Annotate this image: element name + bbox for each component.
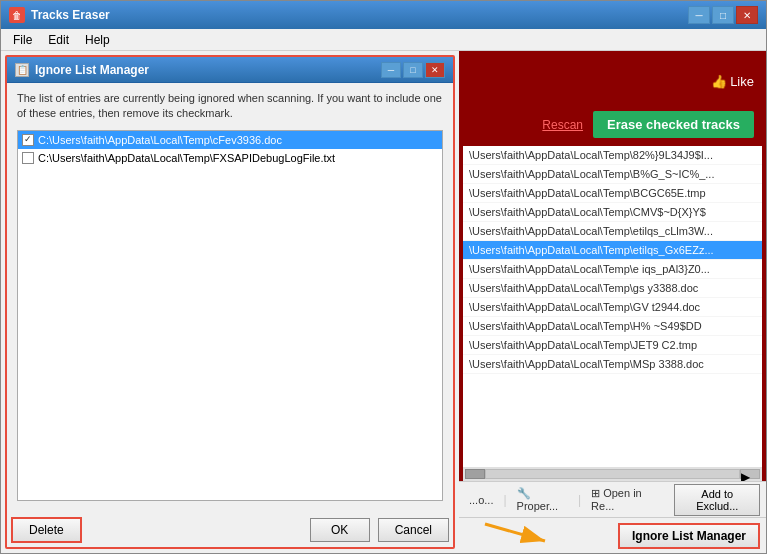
list-item[interactable]: \Users\faith\AppData\Local\Temp\MSp 3388… <box>463 355 762 374</box>
right-bottom-toolbar: ...o... | 🔧 Proper... | ⊞ Open in Re... … <box>459 481 766 517</box>
ignore-list-dialog: 📋 Ignore List Manager ─ □ ✕ The list of … <box>5 55 455 549</box>
add-to-exclude-button[interactable]: Add to Exclud... <box>674 484 760 516</box>
list-item[interactable]: \Users\faith\AppData\Local\Temp\GV t2944… <box>463 298 762 317</box>
menu-edit[interactable]: Edit <box>40 31 77 49</box>
file-path-1: C:\Users\faith\AppData\Local\Temp\cFev39… <box>38 134 282 146</box>
action-row: Rescan Erase checked tracks <box>459 111 766 146</box>
dialog-title: Ignore List Manager <box>35 63 149 77</box>
list-item[interactable]: C:\Users\faith\AppData\Local\Temp\cFev39… <box>18 131 442 149</box>
list-item-highlighted[interactable]: \Users\faith\AppData\Local\Temp\etilqs_G… <box>463 241 762 260</box>
dialog-description: The list of entries are currently being … <box>17 91 443 122</box>
rescan-link[interactable]: Rescan <box>542 118 583 132</box>
list-item[interactable]: \Users\faith\AppData\Local\Temp\gs y3388… <box>463 279 762 298</box>
minimize-button[interactable]: ─ <box>688 6 710 24</box>
bottom-bar: Ignore List Manager <box>459 517 766 553</box>
arrow-annotation <box>465 519 585 549</box>
close-window-button[interactable]: ✕ <box>736 6 758 24</box>
dialog-controls: ─ □ ✕ <box>381 62 445 78</box>
file-path-2: C:\Users\faith\AppData\Local\Temp\FXSAPI… <box>38 152 335 164</box>
list-item[interactable]: \Users\faith\AppData\Local\Temp\e iqs_pA… <box>463 260 762 279</box>
ignore-list-manager-button[interactable]: Ignore List Manager <box>618 523 760 549</box>
list-item[interactable]: \Users\faith\AppData\Local\Temp\H% ~S49$… <box>463 317 762 336</box>
list-item[interactable]: \Users\faith\AppData\Local\Temp\82%}9L34… <box>463 146 762 165</box>
list-item[interactable]: \Users\faith\AppData\Local\Temp\CMV$~D{X… <box>463 203 762 222</box>
like-button[interactable]: 👍 Like <box>711 74 754 89</box>
menu-help[interactable]: Help <box>77 31 118 49</box>
right-file-list-inner[interactable]: \Users\faith\AppData\Local\Temp\82%}9L34… <box>463 146 762 467</box>
dialog-footer: Delete OK Cancel <box>7 509 453 547</box>
dialog-minimize-button[interactable]: ─ <box>381 62 401 78</box>
dialog-body: The list of entries are currently being … <box>7 83 453 509</box>
dialog-maximize-button[interactable]: □ <box>403 62 423 78</box>
dialog-title-bar: 📋 Ignore List Manager ─ □ ✕ <box>7 57 453 83</box>
title-bar-left: 🗑 Tracks Eraser <box>9 7 110 23</box>
right-panel: 👍 Like Rescan Erase checked tracks \User… <box>459 51 766 553</box>
right-file-list[interactable]: \Users\faith\AppData\Local\Temp\82%}9L34… <box>463 146 762 481</box>
dialog-close-button[interactable]: ✕ <box>425 62 445 78</box>
menu-bar: File Edit Help <box>1 29 766 51</box>
toolbar-open-button[interactable]: ⊞ Open in Re... <box>587 485 662 514</box>
list-item[interactable]: \Users\faith\AppData\Local\Temp\JET9 C2.… <box>463 336 762 355</box>
toolbar-separator-2: | <box>578 493 581 507</box>
file-checkbox-2[interactable] <box>22 152 34 164</box>
toolbar-btn-1[interactable]: ...o... <box>465 492 497 508</box>
menu-file[interactable]: File <box>5 31 40 49</box>
title-bar: 🗑 Tracks Eraser ─ □ ✕ <box>1 1 766 29</box>
dialog-title-left: 📋 Ignore List Manager <box>15 63 149 77</box>
scrollbar-track[interactable] <box>485 469 740 479</box>
window-title: Tracks Eraser <box>31 8 110 22</box>
list-item[interactable]: \Users\faith\AppData\Local\Temp\B%G_S~IC… <box>463 165 762 184</box>
maximize-button[interactable]: □ <box>712 6 734 24</box>
toolbar-properties-button[interactable]: 🔧 Proper... <box>513 485 572 514</box>
app-icon: 🗑 <box>9 7 25 23</box>
main-content: 📋 Ignore List Manager ─ □ ✕ The list of … <box>1 51 766 553</box>
cancel-button[interactable]: Cancel <box>378 518 449 542</box>
ok-button[interactable]: OK <box>310 518 370 542</box>
list-item[interactable]: \Users\faith\AppData\Local\Temp\BCGC65E.… <box>463 184 762 203</box>
horizontal-scrollbar[interactable]: ▶ <box>463 467 762 481</box>
file-checkbox-1[interactable] <box>22 134 34 146</box>
erase-button[interactable]: Erase checked tracks <box>593 111 754 138</box>
arrow-area <box>465 522 618 549</box>
main-window: 🗑 Tracks Eraser ─ □ ✕ File Edit Help 📋 I… <box>0 0 767 554</box>
title-controls: ─ □ ✕ <box>688 6 758 24</box>
ignore-file-list[interactable]: C:\Users\faith\AppData\Local\Temp\cFev39… <box>17 130 443 501</box>
toolbar-separator-1: | <box>503 493 506 507</box>
dialog-icon: 📋 <box>15 63 29 77</box>
right-top: 👍 Like <box>459 51 766 111</box>
list-item[interactable]: \Users\faith\AppData\Local\Temp\etilqs_c… <box>463 222 762 241</box>
delete-button[interactable]: Delete <box>11 517 82 543</box>
right-panel-wrapper: 👍 Like Rescan Erase checked tracks \User… <box>459 51 766 553</box>
dialog-footer-right: OK Cancel <box>310 518 449 542</box>
list-item[interactable]: C:\Users\faith\AppData\Local\Temp\FXSAPI… <box>18 149 442 167</box>
